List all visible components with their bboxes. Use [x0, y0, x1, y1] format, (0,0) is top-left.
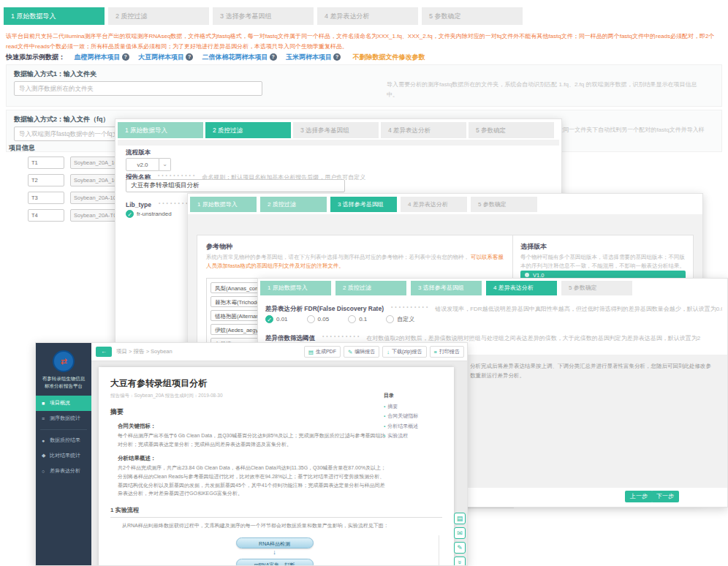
sample-name-input[interactable] [28, 156, 64, 169]
step-diff-expression[interactable]: 4 差异表达分析 [381, 122, 466, 138]
radio-fr-unstranded[interactable]: ✓ fr-unstranded [126, 210, 172, 218]
report-page: 大豆有参转录组项目分析 报告编号：Soybean_20A 报告生成时间：2019… [99, 367, 454, 565]
step-qc-filter[interactable]: 2 质控过滤 [260, 197, 327, 212]
help-icon[interactable]: ? [122, 53, 129, 61]
help-icon[interactable]: ? [270, 53, 277, 61]
sample-name-input[interactable] [28, 174, 64, 186]
sample-name-input[interactable] [28, 209, 64, 222]
download-icon: ↓ [387, 349, 390, 355]
radio-label: 自定义 [397, 315, 414, 323]
example-link-blood-orange[interactable]: 血橙两样本项目 [75, 53, 121, 61]
step-raw-data-import[interactable]: 1 原始数据导入 [4, 7, 105, 25]
bullet-icon: ▪ [384, 434, 385, 438]
toc-item[interactable]: ▪合同关键指标 [384, 411, 447, 420]
radio-fdr-001[interactable]: ✓ 0.01 [265, 315, 288, 323]
toc-item[interactable]: ▪实验流程 [384, 431, 447, 440]
step-diff-expression[interactable]: 4 差异表达分析 [401, 197, 467, 212]
step-raw-data-import[interactable]: 1 原始数据导入 [118, 122, 203, 138]
input-method-2-label: 数据输入方式2：输入文件（fq） [14, 115, 110, 124]
print-report-button[interactable]: ≡ 打印报告 [430, 346, 464, 358]
help-icon[interactable]: ? [186, 53, 193, 61]
wizard-stepper-1: 1 原始数据导入 2 质控过滤 3 选择参考基因组 4 差异表达分析 5 参数确… [4, 7, 523, 25]
example-link-cotton[interactable]: 二倍体棉花两样本项目 [202, 53, 268, 61]
toc-item[interactable]: ▪分析结果概述 [384, 421, 447, 431]
radio-label: 0.1 [359, 316, 367, 322]
step-qc-filter[interactable]: 2 质控过滤 [335, 281, 406, 295]
fdr-desc: 错误发现率，FDR越低说明差异基因中真阳性率越高，但过低时筛选得到的差异基因数量… [435, 306, 722, 312]
foldchange-desc: 在对数值取2的对数后，差异倍数说明对照组与处理组之间表达差异的倍数，大于此倍数的… [366, 335, 700, 342]
radio-label: 0.01 [276, 316, 288, 322]
step-confirm-params[interactable]: 5 参数确定 [422, 7, 523, 25]
download-zip-button[interactable]: ↓ 下载(zip)报告 [382, 346, 426, 358]
pencil-icon: ✎ [348, 349, 352, 355]
report-sidebar: ⇄ 有参转录组生物信息 标准分析报告平台 ■ 项目概况 ≡ 测序数据统计 ● 数… [36, 343, 91, 565]
list-icon: ≡ [42, 416, 50, 421]
radio-fdr-005[interactable]: 0.05 [307, 315, 330, 323]
step-confirm-params[interactable]: 5 参数确定 [469, 122, 554, 138]
step-diff-expression[interactable]: 4 差异表达分析 [486, 281, 557, 295]
step-select-genome[interactable]: 3 选择参考基因组 [330, 197, 397, 212]
species-panel-title: 参考物种 [206, 242, 232, 252]
menu-item-qc-results[interactable]: ● 数据质控结果 [36, 433, 91, 448]
step-select-genome[interactable]: 3 选择参考基因组 [411, 281, 482, 295]
radio-checked-icon: ✓ [265, 315, 273, 323]
radio-checked-icon: ✓ [126, 210, 134, 218]
generate-pdf-button[interactable]: ▤ 生成PDF [304, 346, 341, 358]
step-select-genome[interactable]: 3 选择参考基因组 [293, 122, 379, 138]
next-step-button[interactable]: 下一步 [651, 491, 679, 502]
radio-icon [348, 315, 356, 323]
radio-fdr-01[interactable]: 0.1 [348, 315, 367, 323]
menu-item-overview[interactable]: ■ 项目概况 [36, 396, 91, 411]
report-name-input[interactable] [126, 179, 345, 192]
menu-item-alignment-stats[interactable]: ◆ 比对结果统计 [36, 448, 91, 464]
radio-fdr-custom[interactable]: 自定义 [386, 315, 414, 323]
report-menu: ■ 项目概况 ≡ 测序数据统计 ● 数据质控结果 ◆ 比对结果统计 ○ [36, 396, 91, 479]
pipeline-version-label: 流程版本 [126, 148, 151, 157]
step-raw-data-import[interactable]: 1 原始数据导入 [190, 197, 257, 212]
print-icon[interactable]: ▤ [454, 513, 466, 524]
bullet-icon: ▪ [384, 424, 385, 429]
platform-logo-icon: ⇄ [53, 350, 75, 372]
menu-label: 测序数据统计 [50, 415, 80, 422]
step-qc-filter[interactable]: 2 质控过滤 [108, 7, 209, 25]
divider [118, 140, 559, 146]
collapse-icon[interactable]: » [454, 556, 466, 566]
back-button[interactable]: ← [96, 347, 112, 357]
example-link-soybean[interactable]: 大豆两样本项目 [138, 53, 184, 61]
fdr-radio-group: ✓ 0.01 0.05 0.1 自定义 [265, 315, 433, 323]
species-desc-text: 系统内置常见物种的参考基因组，请在下方列表中选择与测序样品对应的参考物种；若列表… [206, 254, 469, 260]
step-qc-filter[interactable]: 2 质控过滤 [205, 122, 291, 138]
fdr-row: 差异表达分析 FDR(False Discovery Rate) ·······… [265, 301, 722, 314]
feedback-icon[interactable]: ✉ [454, 527, 466, 539]
toc-item[interactable]: ▪摘要 [384, 401, 447, 411]
workflow-text: 从RNA样品到最终数据获得过程中，文库构建及测序的每一个环节都会对数据质量和数量… [122, 522, 442, 529]
step-raw-data-import[interactable]: 1 原始数据导入 [260, 281, 331, 295]
sample-name-input[interactable] [28, 192, 64, 204]
prev-step-button[interactable]: 上一步 [625, 491, 653, 502]
window-report-viewer: ⇄ 有参转录组生物信息 标准分析报告平台 ■ 项目概况 ≡ 测序数据统计 ● 数… [35, 342, 468, 566]
table-of-contents: 目录 ▪摘要 ▪合同关键指标 ▪分析结果概述 ▪实验流程 [384, 392, 447, 441]
folder-input[interactable] [14, 81, 262, 96]
expression-icon: ○ [42, 469, 50, 474]
step-diff-expression[interactable]: 4 差异表达分析 [317, 7, 418, 25]
radio-icon [386, 315, 394, 323]
radio-icon [307, 315, 315, 323]
step-select-genome[interactable]: 3 选择参考基因组 [213, 7, 314, 25]
step-confirm-params[interactable]: 5 参数确定 [561, 281, 632, 295]
menu-item-sequencing-stats[interactable]: ≡ 测序数据统计 [36, 411, 91, 426]
workflow-diagram: RNA样品检测 ↓ mRNA富集、打断 ↓ 文库构建、cDNA ↓ 质检合格上机… [110, 535, 439, 565]
input-method-1-label: 数据输入方式1：输入文件夹 [14, 69, 96, 79]
toc-label: 合同关键指标 [387, 413, 418, 418]
menu-item-diff-expression[interactable]: ○ 差异表达分析 [36, 464, 91, 479]
step-confirm-params[interactable]: 5 参数确定 [471, 197, 537, 212]
species-panel-desc: 系统内置常见物种的参考基因组，请在下方列表中选择与测序样品对应的参考物种；若列表… [206, 253, 504, 271]
edit-report-button[interactable]: ✎ 编辑报告 [344, 346, 379, 358]
fdr-label: 差异表达分析 FDR(False Discovery Rate) [265, 305, 384, 312]
wizard-stepper-2: 1 原始数据导入 2 质控过滤 3 选择参考基因组 4 差异表达分析 5 参数确… [118, 122, 554, 138]
edit-icon[interactable]: ✎ [454, 542, 466, 554]
example-link-maize[interactable]: 玉米两样本项目 [286, 53, 332, 61]
sidebar-title-line1: 有参转录组生物信息 [36, 375, 91, 382]
help-icon[interactable]: ? [333, 53, 341, 61]
report-main: ← 项目 > 报告 > Soybean ▤ 生成PDF ✎ 编辑报告 ↓ 下载(… [91, 343, 467, 565]
radio-label: 0.05 [318, 316, 330, 322]
